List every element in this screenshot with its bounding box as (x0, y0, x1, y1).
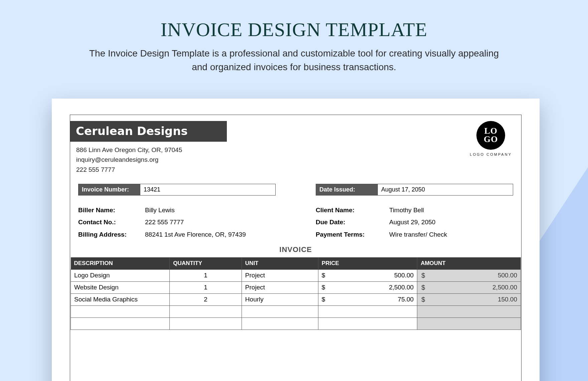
cell-amount: $150.00 (417, 293, 521, 305)
cell-quantity (170, 305, 242, 318)
due-date-label: Due Date: (316, 216, 389, 228)
biller-contact-label: Contact No.: (78, 216, 145, 228)
date-issued-label: Date Issued: (316, 184, 378, 195)
cell-description (71, 305, 170, 318)
cell-description (71, 318, 170, 330)
cell-quantity: 1 (170, 281, 242, 293)
cell-amount (417, 305, 521, 318)
hero: INVOICE DESIGN TEMPLATE The Invoice Desi… (0, 0, 588, 84)
cell-amount (417, 318, 521, 330)
invoice-sheet: LO GO LOGO COMPANY Cerulean Designs 886 … (52, 99, 540, 381)
logo-text-bottom: GO (484, 135, 498, 144)
biller-details: Biller Name:Billy Lewis Contact No.:222 … (78, 204, 276, 240)
client-details: Client Name:Timothy Bell Due Date:August… (316, 204, 513, 240)
date-issued-box: Date Issued: August 17, 2050 (316, 184, 513, 196)
cell-price (318, 318, 417, 330)
cell-unit: Project (242, 281, 318, 293)
page-subtitle: The Invoice Design Template is a profess… (84, 47, 504, 74)
cell-quantity: 2 (170, 293, 242, 305)
company-name: Cerulean Designs (70, 121, 227, 142)
logo-block: LO GO LOGO COMPANY (470, 121, 512, 156)
company-info: 886 Linn Ave Oregon City, OR, 97045 inqu… (76, 145, 521, 174)
cell-description: Logo Design (71, 269, 170, 281)
biller-name-label: Biller Name: (78, 204, 145, 216)
table-row (71, 318, 521, 330)
company-email: inquiry@ceruleandesigns.org (76, 155, 521, 164)
invoice-section-title: INVOICE (70, 245, 521, 254)
col-amount: AMOUNT (417, 257, 521, 270)
biller-contact: 222 555 7777 (145, 216, 184, 228)
page-title: INVOICE DESIGN TEMPLATE (27, 18, 561, 41)
table-row: Website Design1Project$2,500.00$2,500.00 (71, 281, 521, 293)
cell-description: Website Design (71, 281, 170, 293)
client-name: Timothy Bell (389, 204, 424, 216)
cell-unit: Hourly (242, 293, 318, 305)
company-phone: 222 555 7777 (76, 165, 521, 174)
table-row: Social Media Graphics2Hourly$75.00$150.0… (71, 293, 521, 305)
due-date: August 29, 2050 (389, 216, 435, 228)
col-unit: UNIT (242, 257, 318, 270)
invoice-number-value: 13421 (140, 184, 275, 195)
cell-description: Social Media Graphics (71, 293, 170, 305)
cell-amount: $2,500.00 (417, 281, 521, 293)
col-quantity: QUANTITY (170, 257, 242, 270)
invoice-frame: LO GO LOGO COMPANY Cerulean Designs 886 … (70, 115, 522, 381)
cell-price: $75.00 (318, 293, 417, 305)
cell-unit (242, 305, 318, 318)
biller-address-label: Billing Address: (78, 229, 145, 241)
meta-right: Date Issued: August 17, 2050 Client Name… (316, 184, 513, 240)
items-table: DESCRIPTION QUANTITY UNIT PRICE AMOUNT L… (70, 257, 521, 330)
logo-icon: LO GO (476, 121, 505, 150)
cell-unit (242, 318, 318, 330)
invoice-number-label: Invoice Number: (79, 184, 140, 195)
invoice-number-box: Invoice Number: 13421 (78, 184, 276, 196)
payment-terms-label: Payment Terms: (316, 229, 389, 241)
cell-price (318, 305, 417, 318)
cell-price: $2,500.00 (318, 281, 417, 293)
cell-price: $500.00 (318, 269, 417, 281)
company-address: 886 Linn Ave Oregon City, OR, 97045 (76, 145, 521, 155)
logo-caption: LOGO COMPANY (470, 152, 512, 156)
meta-left: Invoice Number: 13421 Biller Name:Billy … (78, 184, 276, 240)
date-issued-value: August 17, 2050 (378, 184, 513, 195)
cell-amount: $500.00 (417, 269, 521, 281)
client-name-label: Client Name: (316, 204, 389, 216)
cell-quantity (170, 318, 242, 330)
col-description: DESCRIPTION (71, 257, 170, 270)
biller-address: 88241 1st Ave Florence, OR, 97439 (145, 229, 246, 241)
cell-unit: Project (242, 269, 318, 281)
biller-name: Billy Lewis (145, 204, 175, 216)
col-price: PRICE (318, 257, 417, 270)
cell-quantity: 1 (170, 269, 242, 281)
table-row (71, 305, 521, 318)
payment-terms: Wire transfer/ Check (389, 229, 447, 241)
table-row: Logo Design1Project$500.00$500.00 (71, 269, 521, 281)
table-header-row: DESCRIPTION QUANTITY UNIT PRICE AMOUNT (71, 257, 521, 270)
